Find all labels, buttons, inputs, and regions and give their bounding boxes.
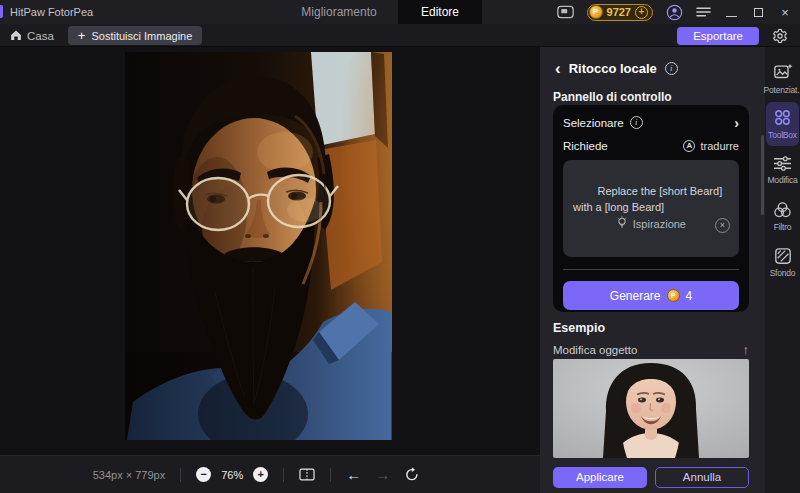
info-icon[interactable]: i: [665, 62, 678, 75]
request-label: Richiede: [563, 140, 608, 152]
sliders-icon: [773, 155, 792, 172]
settings-gear-icon[interactable]: [772, 28, 788, 44]
select-info-icon[interactable]: i: [630, 116, 643, 129]
image-dimensions: 534px × 779px: [93, 469, 165, 481]
maximize-button[interactable]: [751, 5, 765, 20]
control-panel-title: Pannello di controllo: [540, 76, 765, 104]
back-button[interactable]: ‹: [555, 62, 561, 76]
enhance-photo-icon: [773, 62, 793, 82]
app-logo: [0, 5, 3, 18]
redo-arrow[interactable]: →: [375, 467, 390, 482]
generate-button[interactable]: Generare P 4: [563, 281, 739, 310]
zoom-level: 76%: [221, 469, 243, 481]
add-coins-button[interactable]: +: [635, 6, 648, 19]
translate-button[interactable]: A tradurre: [683, 140, 739, 152]
replace-image-label: Sostituisci Immagine: [91, 30, 192, 42]
translate-label: tradurre: [700, 140, 739, 152]
gift-card-icon[interactable]: [557, 5, 574, 19]
sidebar-item-toolbox[interactable]: ToolBox: [766, 102, 799, 146]
chevron-right-icon: ›: [734, 117, 739, 129]
reset-icon[interactable]: [404, 467, 419, 482]
example-section-title: Esempio: [553, 321, 605, 335]
panel-scrollbar[interactable]: [761, 135, 764, 215]
portrait-image[interactable]: [125, 52, 392, 440]
sidebar-item-potenziamento[interactable]: Potenziat..: [766, 56, 799, 100]
filter-circles-icon: [773, 201, 792, 219]
sidebar-item-filtro[interactable]: Filtro: [766, 194, 799, 238]
zoom-in-button[interactable]: +: [253, 467, 268, 482]
compare-view-icon[interactable]: [299, 468, 315, 481]
inspiration-label: Ispirazione: [633, 217, 686, 233]
tab-editore[interactable]: Editore: [398, 0, 482, 24]
toolbox-grid-icon: [773, 108, 792, 127]
separator: [180, 468, 181, 482]
home-label: Casa: [27, 30, 54, 42]
tools-sidebar: Potenziat.. ToolBox Modifica Filtro Sfon…: [765, 47, 800, 493]
select-row[interactable]: Selezionare i ›: [563, 116, 739, 129]
clear-prompt-button[interactable]: ×: [715, 218, 730, 233]
cancel-button[interactable]: Annulla: [655, 467, 749, 488]
example-item-label: Modifica oggetto: [553, 344, 637, 356]
translate-icon: A: [683, 140, 695, 152]
separator: [330, 468, 331, 482]
toolbar: Casa + Sostituisci Immagine Esportare: [0, 24, 800, 47]
generate-label: Generare: [610, 289, 661, 303]
minimize-button[interactable]: [724, 5, 738, 20]
plus-icon: +: [78, 27, 86, 44]
editor-canvas[interactable]: [0, 47, 540, 455]
close-button[interactable]: ×: [778, 5, 792, 20]
app-title: HitPaw FotorPea: [10, 0, 93, 24]
replace-image-button[interactable]: + Sostituisci Immagine: [68, 26, 202, 45]
export-button[interactable]: Esportare: [677, 27, 759, 45]
panel-title: Ritocco locale: [569, 61, 657, 76]
background-icon: [774, 247, 792, 265]
bulb-icon: [573, 200, 628, 250]
coin-icon: P: [667, 289, 680, 302]
profile-icon[interactable]: [666, 4, 683, 21]
generate-cost: 4: [686, 289, 693, 303]
divider: [563, 269, 739, 270]
prompt-textarea[interactable]: Replace the [short Beard] with a [long B…: [563, 160, 739, 257]
inspiration-button[interactable]: Ispirazione: [573, 200, 686, 250]
home-icon: [10, 29, 22, 43]
apply-button[interactable]: Applicare: [553, 467, 647, 488]
canvas-statusbar: 534px × 779px − 76% + ← →: [0, 455, 540, 493]
app-window: HitPaw FotorPea Miglioramento Editore P …: [0, 0, 800, 493]
prompt-card: Selezionare i › Richiede A tradurre Repl…: [553, 105, 749, 312]
collapse-arrow-icon[interactable]: ↑: [743, 342, 750, 357]
sidebar-item-sfondo[interactable]: Sfondo: [766, 240, 799, 284]
tab-miglioramento[interactable]: Miglioramento: [283, 0, 395, 24]
coin-icon: P: [589, 5, 603, 19]
home-button[interactable]: Casa: [10, 29, 54, 43]
menu-icon[interactable]: [696, 6, 711, 18]
control-panel: ‹ Ritocco locale i Pannello di controllo…: [540, 47, 765, 493]
sidebar-item-modifica[interactable]: Modifica: [766, 148, 799, 192]
zoom-out-button[interactable]: −: [196, 467, 211, 482]
coin-balance[interactable]: P 9727 +: [587, 4, 653, 21]
select-label: Selezionare: [563, 117, 624, 129]
separator: [283, 468, 284, 482]
titlebar: HitPaw FotorPea Miglioramento Editore P …: [0, 0, 800, 24]
coin-count: 9727: [607, 6, 631, 18]
undo-arrow[interactable]: ←: [346, 467, 361, 482]
example-image[interactable]: [553, 359, 749, 458]
